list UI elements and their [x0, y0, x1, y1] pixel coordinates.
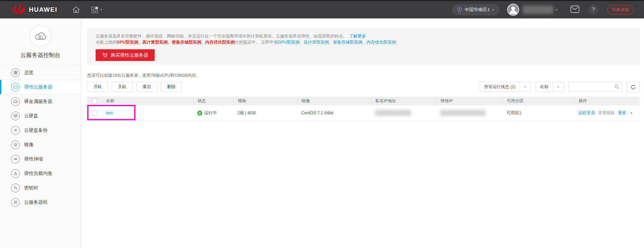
sidebar-item-overview[interactable]: 总览: [0, 65, 81, 80]
running-status-icon: [197, 111, 202, 116]
name-filter-value: 名称: [536, 84, 552, 90]
restart-button[interactable]: 重启: [136, 82, 157, 92]
table-row: test 运行中 2核 | 4GB CentOS 7.1 64bit 可用区1 …: [87, 105, 640, 121]
chevron-down-icon: ▼: [492, 8, 494, 11]
sidebar: 云服务器控制台 总览 弹性云服务器 裸金属服务器 云硬盘 云硬盘备份 镜像: [0, 18, 81, 248]
region-label: 中国华南区1: [465, 7, 490, 13]
disk-icon: [11, 112, 20, 120]
start-button[interactable]: 开机: [87, 82, 108, 92]
more-link[interactable]: 更多: [618, 110, 626, 116]
row-checkbox-cell: [87, 111, 102, 116]
col-header-image: 镜像: [297, 98, 371, 104]
refresh-icon: [631, 84, 636, 90]
sidebar-item-keypair[interactable]: 密钥对: [0, 181, 81, 195]
sidebar-item-label: 密钥对: [24, 185, 38, 191]
sidebar-item-ims[interactable]: 镜像: [0, 137, 81, 152]
filter-bar: 所有运行状态 (1) ▼ 名称 ▼: [480, 82, 640, 92]
search-input[interactable]: [569, 82, 614, 91]
row-checkbox[interactable]: [92, 111, 97, 116]
sidebar-item-label: 裸金属服务器: [24, 99, 52, 105]
grid-glyph: [92, 7, 98, 13]
brand-text: HUAWEI: [29, 6, 57, 13]
top-navbar: HUAWEI ▼ 中国华南区1 ▼ ▼: [0, 0, 644, 18]
sidebar-item-ecs[interactable]: 弹性云服务器: [0, 80, 81, 94]
sidebar-item-label: 弹性负载均衡: [24, 171, 52, 177]
col-header-status: 状态: [193, 98, 233, 104]
sidebar-item-label: 云硬盘备份: [24, 127, 48, 133]
status-text: 运行中: [204, 110, 217, 116]
spec-cell: 2核 | 4GB: [233, 110, 297, 116]
help-icon[interactable]: ?: [588, 5, 598, 15]
chevron-down-icon: ▼: [100, 8, 103, 11]
chevron-down-icon: ▼: [520, 82, 531, 91]
toolbar: 开机 关机 重启 删除: [87, 82, 185, 92]
private-ip-blurred: [375, 110, 411, 116]
switch-old-version-button[interactable]: 切换老版: [607, 5, 634, 14]
col-header-name: 名称: [102, 98, 193, 104]
status-filter-value: 所有运行状态 (1): [480, 84, 520, 90]
info-banner: 云服务器是具有完整硬件、操作系统、网络功能，并且运行在一个完全隔离环境中的计算机…: [87, 28, 640, 65]
search-icon[interactable]: [614, 84, 619, 89]
sidebar-item-elb[interactable]: 弹性负载均衡: [0, 166, 81, 181]
stop-button[interactable]: 关机: [112, 82, 133, 92]
remote-login-link[interactable]: 远程登录: [578, 110, 595, 116]
auto-scaling-icon: [11, 155, 20, 164]
chevron-down-icon: ▼: [630, 112, 633, 115]
sidebar-item-vbs[interactable]: 云硬盘备份: [0, 123, 81, 137]
private-ip-cell: [371, 110, 436, 116]
refresh-button[interactable]: [627, 82, 640, 92]
account-menu[interactable]: ▼: [507, 4, 558, 16]
sidebar-item-server-group[interactable]: 云服务器组: [0, 195, 81, 209]
home-icon[interactable]: [72, 6, 80, 13]
buy-ecs-button-label: 购买弹性云服务器: [111, 52, 148, 58]
huawei-logo-icon: [11, 4, 25, 16]
apply-instance-links[interactable]: GPU型实例、高计算型实例、密集存储型实例、内存优化型实例: [278, 40, 396, 45]
key-icon: [11, 184, 20, 192]
col-header-az: 可用分区: [502, 98, 574, 104]
location-pin-icon: [457, 7, 462, 13]
col-header-private-ip: 私有IP地址: [371, 98, 436, 104]
server-name-cell: test: [102, 111, 193, 115]
eip-cell: [436, 110, 502, 116]
learn-more-link[interactable]: 了解更多: [349, 34, 366, 39]
search-box: [569, 82, 622, 92]
sidebar-item-evs[interactable]: 云硬盘: [0, 109, 81, 123]
banner-line1-text: 云服务器是具有完整硬件、操作系统、网络功能，并且运行在一个完全隔离环境中的计算机…: [96, 34, 347, 39]
eip-blurred: [440, 110, 486, 116]
banner-line2-prefix: 全新上线的: [96, 40, 117, 45]
main-content: 云服务器是具有完整硬件、操作系统、网络功能，并且运行在一个完全隔离环境中的计算机…: [81, 18, 644, 248]
status-filter-select[interactable]: 所有运行状态 (1) ▼: [480, 82, 531, 92]
name-filter-select[interactable]: 名称 ▼: [536, 82, 564, 92]
server-group-icon: [11, 198, 20, 207]
services-grid-icon[interactable]: ▼: [92, 7, 103, 13]
chevron-down-icon: ▼: [555, 8, 558, 11]
operation-cell: 远程登录 变更规格 更多 ▼: [574, 110, 640, 116]
table-header-row: 名称 状态 规格 镜像 私有IP地址 弹性IP 可用分区 操作: [87, 97, 640, 105]
region-selector[interactable]: 中国华南区1 ▼: [452, 4, 500, 15]
change-spec-link[interactable]: 变更规格: [598, 110, 615, 116]
image-cell: CentOS 7.1 64bit: [297, 111, 371, 115]
delete-button[interactable]: 删除: [161, 82, 182, 92]
sidebar-header: 云服务器控制台: [0, 18, 81, 65]
server-table: 名称 状态 规格 镜像 私有IP地址 弹性IP 可用分区 操作 test 运: [87, 97, 640, 121]
col-header-eip: 弹性IP: [436, 98, 502, 104]
status-cell: 运行中: [193, 110, 233, 116]
huawei-cloud-console: HUAWEI ▼ 中国华南区1 ▼ ▼: [0, 0, 644, 248]
server-name-link[interactable]: test: [106, 111, 113, 115]
cloud-server-icon: [11, 83, 20, 91]
load-balancer-icon: [11, 169, 20, 178]
col-header-operation: 操作: [574, 98, 640, 104]
col-header-spec: 规格: [233, 98, 297, 104]
messages-icon[interactable]: [570, 5, 580, 14]
banner-line2: 全新上线的GPU型实例、高计算型实例、密集存储型实例、内存优化型实例火热预定中。…: [96, 39, 640, 45]
az-cell: 可用区1: [502, 110, 574, 116]
disk-backup-icon: [11, 126, 20, 135]
banner-line2-mid: 火热预定中。 立即申请: [235, 40, 278, 45]
console-cloud-icon: [30, 25, 51, 47]
buy-ecs-button[interactable]: 购买弹性云服务器: [96, 49, 155, 61]
select-all-checkbox[interactable]: [92, 99, 97, 104]
sidebar-item-as[interactable]: 弹性伸缩: [0, 152, 81, 166]
sidebar-item-label: 总览: [24, 70, 34, 76]
overview-icon: [11, 68, 20, 77]
sidebar-item-bms[interactable]: 裸金属服务器: [0, 94, 81, 109]
